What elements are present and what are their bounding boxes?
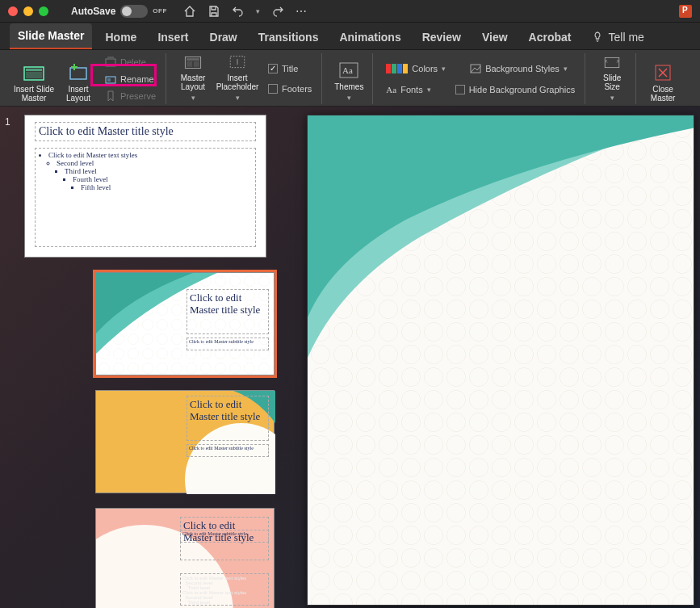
master-layout-button[interactable]: Master Layout [174, 54, 212, 104]
thumbnail-pane[interactable]: 1 Click to edit Master title style Click… [0, 107, 291, 608]
footers-checkbox[interactable]: Footers [263, 81, 316, 97]
master-title-placeholder: Click to edit Master title style [35, 122, 256, 141]
teal-swoop-large [308, 115, 694, 358]
quick-access-toolbar: ▾ ⋯ [183, 5, 308, 18]
close-icon [652, 63, 673, 82]
svg-rect-1 [26, 69, 42, 71]
close-window-button[interactable] [8, 6, 18, 16]
slide-size-button[interactable]: Slide Size [593, 54, 631, 104]
ribbon-group-size: Slide Size [589, 53, 636, 104]
ribbon-group-close: Close Master [639, 53, 686, 104]
window-controls [8, 6, 48, 16]
insert-placeholder-icon [227, 54, 248, 71]
layout-subtitle-placeholder: Click to edit Master subtitle style [180, 530, 269, 543]
svg-rect-6 [106, 59, 115, 66]
undo-icon[interactable] [232, 5, 245, 18]
rename-icon [105, 73, 116, 85]
themes-button[interactable]: Aa Themes [330, 54, 367, 104]
rename-button[interactable]: Rename [100, 71, 161, 87]
preserve-button[interactable]: Preserve [100, 88, 161, 104]
layout-body-placeholder: Click to edit Master text styles Second … [180, 573, 269, 606]
insert-placeholder-button[interactable]: Insert Placeholder [215, 54, 260, 104]
slide-size-icon [601, 54, 622, 71]
background-styles-icon [470, 63, 481, 74]
svg-rect-9 [107, 78, 111, 82]
minimize-window-button[interactable] [23, 6, 33, 16]
delete-button[interactable]: Delete [100, 54, 161, 70]
autosave-switch[interactable] [120, 5, 148, 18]
checkbox-icon [268, 84, 278, 94]
layout-thumbnail-1[interactable]: Click to edit Master title style Click t… [95, 272, 275, 375]
tab-draw[interactable]: Draw [202, 25, 245, 49]
checkbox-icon [455, 85, 465, 94]
title-checkbox[interactable]: Title [263, 61, 316, 77]
tell-me-search[interactable]: Tell me [584, 25, 652, 49]
workspace: 1 Click to edit Master title style Click… [0, 107, 700, 608]
layout-title-placeholder: Click to edit Master title style [187, 289, 269, 334]
fonts-button[interactable]: Aa Fonts [381, 82, 435, 98]
layout-subtitle-placeholder: Click to edit Master subtitle style [187, 444, 269, 457]
insert-slide-master-button[interactable]: Insert Slide Master [11, 54, 57, 104]
layout-subtitle-placeholder: Click to edit Master subtitle style [187, 338, 269, 350]
tab-transitions[interactable]: Transitions [250, 25, 327, 49]
home-icon[interactable] [183, 5, 196, 18]
checkbox-icon [268, 64, 278, 73]
qat-more-icon[interactable]: ⋯ [296, 5, 308, 18]
svg-rect-3 [70, 68, 86, 79]
layout-thumbnail-2[interactable]: Click to edit Master title style Click t… [95, 390, 275, 493]
tab-insert[interactable]: Insert [149, 25, 196, 49]
autosave-toggle[interactable]: AutoSave OFF [71, 5, 167, 18]
titlebar: AutoSave OFF ▾ ⋯ [0, 0, 700, 23]
close-master-button[interactable]: Close Master [644, 54, 681, 104]
tab-review[interactable]: Review [414, 25, 469, 49]
slide-canvas[interactable] [307, 115, 694, 606]
autosave-label: AutoSave [71, 6, 115, 17]
svg-rect-11 [187, 58, 199, 61]
themes-icon: Aa [338, 61, 359, 80]
tab-slide-master[interactable]: Slide Master [10, 23, 92, 49]
svg-rect-13 [194, 61, 199, 66]
slide-canvas-pane[interactable] [291, 107, 700, 608]
tab-view[interactable]: View [474, 25, 516, 49]
svg-text:Aa: Aa [342, 65, 353, 75]
insert-layout-icon [68, 63, 89, 82]
master-layout-icon [182, 54, 203, 71]
insert-layout-button[interactable]: Insert Layout [60, 54, 97, 104]
save-icon[interactable] [207, 5, 220, 18]
colors-icon [386, 64, 408, 73]
lightbulb-icon [592, 31, 603, 43]
tab-acrobat[interactable]: Acrobat [521, 25, 580, 49]
undo-dropdown[interactable]: ▾ [256, 7, 260, 15]
ribbon-tabs: Slide Master Home Insert Draw Transition… [0, 23, 700, 50]
ribbon-group-edit-master: Insert Slide Master Insert Layout Delete… [6, 53, 166, 104]
background-styles-button[interactable]: Background Styles [465, 61, 572, 77]
ribbon: Insert Slide Master Insert Layout Delete… [0, 50, 700, 107]
ribbon-group-background: Colors Background Styles Aa Fonts Hide B… [376, 53, 585, 104]
insert-slide-master-icon [23, 63, 44, 82]
layout-title-placeholder: Click to edit Master title style [187, 396, 269, 441]
ribbon-group-master-layout: Master Layout Insert Placeholder Title F… [170, 53, 322, 104]
zoom-window-button[interactable] [39, 6, 48, 16]
svg-rect-2 [26, 72, 42, 78]
delete-icon [105, 57, 116, 68]
slide-master-number: 1 [5, 116, 10, 128]
preserve-icon [105, 90, 116, 102]
powerpoint-app-icon [679, 5, 692, 18]
master-body-placeholder: Click to edit Master text styles Second … [35, 148, 256, 247]
svg-rect-12 [187, 61, 192, 66]
tell-me-label: Tell me [608, 31, 643, 44]
tab-animations[interactable]: Animations [331, 25, 409, 49]
fonts-icon: Aa [386, 85, 396, 94]
redo-icon[interactable] [271, 5, 284, 18]
hide-background-checkbox[interactable]: Hide Background Graphics [451, 82, 580, 98]
ribbon-group-themes: Aa Themes [325, 53, 373, 104]
colors-button[interactable]: Colors [381, 61, 451, 77]
slide-master-thumbnail[interactable]: Click to edit Master title style Click t… [24, 115, 266, 258]
layout-thumbnail-3[interactable]: Click to edit Master title style Click t… [95, 508, 275, 608]
tab-home[interactable]: Home [97, 25, 145, 49]
autosave-state: OFF [153, 7, 167, 15]
